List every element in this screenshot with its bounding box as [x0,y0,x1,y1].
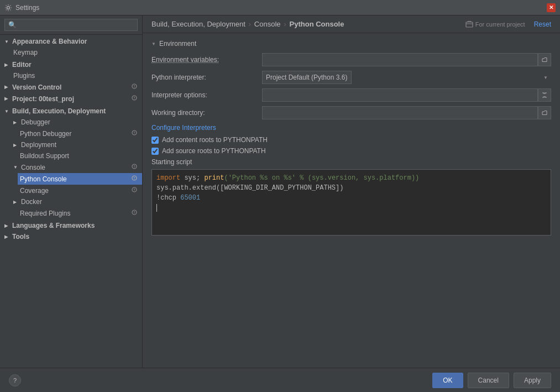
sidebar-label-build: Build, Execution, Deployment [12,107,106,115]
env-variables-input[interactable] [262,53,538,66]
svg-point-0 [7,6,10,9]
project-icon [465,20,473,28]
search-input[interactable] [4,19,138,31]
expand-arrow-tools [4,234,10,239]
expand-arrow-appearance [4,39,10,44]
env-variables-label: Environment variables: [151,56,262,64]
add-source-roots-checkbox[interactable] [151,148,159,155]
script-cursor-line [156,203,546,213]
settings-icon [4,4,12,12]
interpreter-options-input[interactable] [262,88,538,102]
sidebar-item-tools[interactable]: Tools [0,231,142,242]
svg-point-18 [134,190,134,191]
sidebar-label-required-plugins: Required Plugins [20,210,70,217]
expand-arrow-editor [4,62,10,67]
script-line2: sys.path.extend([WORKING_DIR_AND_PYTHON_… [156,183,546,193]
gear-icon-req-plugins [131,209,138,216]
script-line3: !chcp 65001 [156,193,546,203]
expand-arrow-project [4,96,10,101]
sidebar-label-coverage: Coverage [20,187,49,195]
sidebar-item-project[interactable]: Project: 00test_proj [0,93,142,104]
working-directory-browse-button[interactable] [538,106,551,119]
sidebar-item-languages[interactable]: Languages & Frameworks [0,220,142,231]
sidebar-item-editor[interactable]: Editor [0,59,142,70]
title-bar: Settings ✕ [0,0,560,15]
section-arrow-environment: ▼ [151,41,156,46]
environment-section-title: Environment [159,40,196,48]
main-content: Build, Execution, Deployment › Console ›… [143,15,560,368]
sidebar-item-deployment[interactable]: Deployment [9,139,142,150]
starting-script-label: Starting script [151,158,551,166]
working-directory-input[interactable] [262,106,538,119]
python-interpreter-select[interactable]: Project Default (Python 3.6) [262,71,352,84]
configure-interpreters-link[interactable]: Configure Interpreters [151,124,216,132]
script-text-2: sys.path.extend([WORKING_DIR_AND_PYTHON_… [156,184,343,192]
sidebar-label-python-console: Python Console [20,175,67,183]
env-variables-row: Environment variables: [151,53,551,66]
sidebar-item-version-control[interactable]: Version Control [0,81,142,93]
expand-arrow-deployment [13,143,19,148]
reset-button[interactable]: Reset [534,20,551,28]
starting-script-editor[interactable]: import sys; print('Python %s on %s' % (s… [151,169,551,236]
help-button[interactable]: ? [9,374,21,386]
sidebar-label-python-debugger: Python Debugger [20,130,71,138]
apply-button[interactable]: Apply [514,373,551,388]
sidebar-item-keymap[interactable]: Keymap [9,47,142,58]
sidebar-item-docker[interactable]: Docker [9,196,142,207]
working-directory-row: Working directory: [151,106,551,119]
close-button[interactable]: ✕ [547,3,556,12]
cancel-button[interactable]: Cancel [468,373,509,388]
breadcrumb: Build, Execution, Deployment › Console ›… [143,15,560,33]
expand-arrow-version-control [4,85,10,90]
sidebar-item-debugger[interactable]: Debugger [9,117,142,128]
python-interpreter-row: Python interpreter: Project Default (Pyt… [151,71,551,84]
sidebar-label-plugins: Plugins [13,72,35,80]
sidebar-label-tools: Tools [12,233,29,241]
sidebar-item-python-console[interactable]: Python Console [18,173,142,185]
script-line1: import sys; print('Python %s on %s' % (s… [156,173,546,183]
sidebar-label-project: Project: 00test_proj [12,95,74,103]
env-variables-control [262,53,551,66]
gear-icon-coverage [131,186,138,193]
sidebar-item-buildout-support[interactable]: Buildout Support [18,150,142,161]
sidebar-label-debugger: Debugger [21,118,50,126]
environment-section-header[interactable]: ▼ Environment [151,40,551,48]
python-interpreter-label: Python interpreter: [151,74,262,81]
svg-point-15 [134,179,134,179]
for-current-project[interactable]: For current project [465,20,525,28]
working-directory-label: Working directory: [151,109,262,117]
sidebar-label-buildout-support: Buildout Support [20,152,69,160]
sidebar-item-required-plugins[interactable]: Required Plugins [18,207,142,219]
interpreter-options-expand-button[interactable] [538,88,551,102]
sidebar-item-python-debugger[interactable]: Python Debugger [18,128,142,139]
sidebar-item-console[interactable]: Console [9,161,142,173]
breadcrumb-build: Build, Execution, Deployment [151,20,245,28]
gear-icon-console [131,163,138,170]
breadcrumb-sep1: › [249,20,251,28]
folder-icon-wd [542,110,547,116]
add-content-roots-checkbox[interactable] [151,137,159,144]
script-function-print: print [204,174,224,182]
expand-arrow-docker [13,200,19,205]
ok-button[interactable]: OK [432,373,463,388]
sidebar-group-build: Build, Execution, Deployment Debugger Py… [0,104,142,220]
sidebar-item-coverage[interactable]: Coverage [18,185,142,196]
sidebar-label-languages: Languages & Frameworks [12,222,95,229]
script-string-1: ('Python %s on %s' % (sys.version, sys.p… [224,174,419,182]
expand-icon [542,92,547,98]
expand-arrow-build [4,109,10,114]
env-variables-browse-button[interactable] [538,53,551,66]
script-chcp-text: !chcp [156,194,180,202]
sidebar-item-appearance[interactable]: Appearance & Behavior [0,36,142,47]
sidebar-item-build[interactable]: Build, Execution, Deployment [0,106,142,117]
sidebar-label-appearance: Appearance & Behavior [12,38,87,45]
working-directory-control [262,106,551,119]
sidebar-item-plugins[interactable]: Plugins [9,70,142,81]
interpreter-options-label: Interpreter options: [151,91,262,99]
svg-point-9 [134,133,134,134]
sidebar-label-editor: Editor [12,61,32,69]
sidebar-label-deployment: Deployment [21,141,56,149]
sidebar: Appearance & Behavior Keymap Editor Plug… [0,15,143,368]
svg-point-3 [134,87,134,87]
svg-rect-22 [466,22,473,27]
